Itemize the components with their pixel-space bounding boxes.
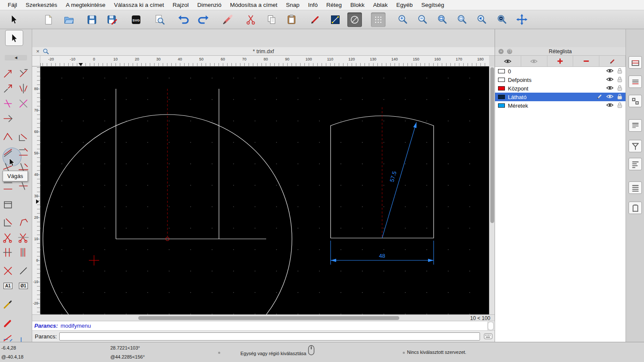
clipboard-panel-icon[interactable] [629,202,642,214]
remove-layer-button[interactable] [573,56,599,66]
collapse-toolbar-button[interactable]: ◀ [5,55,27,60]
zoom-in-icon[interactable]: + [395,12,410,27]
menu-item-réteg[interactable]: Réteg [322,2,346,8]
menu-item-egyéb[interactable]: Egyéb [392,2,417,8]
keyboard-toggle-button[interactable] [483,332,493,340]
add-layer-button[interactable] [547,56,574,66]
delete-segment-icon[interactable] [1,332,15,342]
bevel-icon[interactable] [1,131,15,144]
zoom-window-icon[interactable] [495,12,509,27]
divide-two-icon[interactable] [1,246,15,259]
menu-item-ablak[interactable]: Ablak [369,2,392,8]
highlight-marker-icon[interactable] [1,317,15,330]
layer-color-swatch[interactable] [498,103,505,108]
diagonal-dimension-line[interactable] [382,122,416,238]
offset-icon[interactable] [1,146,15,159]
layer-color-swatch[interactable] [498,86,505,90]
command-history-scrollbar[interactable] [487,322,494,330]
cut-scissors-icon[interactable] [1,231,15,244]
drawing-canvas[interactable]: 57.5 48 [40,66,489,314]
vertical-scrollbar[interactable] [489,66,495,314]
zoom-back-icon[interactable] [474,12,489,27]
divide-three-icon[interactable] [17,246,30,259]
menu-item-rajzol[interactable]: Rajzol [168,2,193,8]
layer-visibility-icon[interactable] [606,94,614,100]
rotate-two-icon[interactable] [17,97,30,110]
menu-item-dimenzió[interactable]: Dimenzió [193,2,225,8]
circle-tool-icon[interactable] [347,12,362,27]
quick-selection-panel-icon[interactable] [629,140,642,152]
save-as-icon[interactable] [105,12,119,27]
erase-icon[interactable] [220,12,235,27]
layer-list-panel-icon[interactable] [629,75,642,88]
move-rotate-icon[interactable] [1,97,15,110]
zoom-previous-icon[interactable] [455,12,469,27]
open-file-icon[interactable] [61,12,76,27]
print-preview-icon[interactable] [152,12,167,27]
delete-icon[interactable] [1,264,15,278]
pointer-tool-icon[interactable] [6,12,21,27]
save-icon[interactable] [85,12,99,27]
layer-visibility-panel-icon[interactable] [629,56,642,69]
draw-pen-icon[interactable] [308,12,322,27]
layer-row-0[interactable]: 0 [495,67,626,75]
layer-row-defpoints[interactable]: Defpoints [495,75,626,84]
grid-toggle-icon[interactable] [371,12,386,27]
redo-icon[interactable] [196,12,210,27]
mirror-icon[interactable] [17,82,30,95]
horizontal-scrollbar[interactable]: 10 < 100 [32,314,495,321]
new-file-icon[interactable] [41,12,56,27]
zoom-auto-icon[interactable] [435,12,450,27]
layer-lock-icon[interactable] [617,68,622,75]
rotate-copy-icon[interactable] [17,335,30,342]
diameter-attr-icon[interactable]: Ø1 [17,279,30,293]
layer-visibility-icon[interactable] [606,77,614,83]
menu-item-fájl[interactable]: Fájl [3,2,21,8]
layer-color-swatch[interactable] [498,69,505,73]
edit-layer-button[interactable] [599,56,626,66]
layer-edit-icon[interactable] [597,94,602,100]
corner-trim-icon[interactable] [1,216,15,229]
text-attributes-icon[interactable]: A1 [1,279,15,293]
revert-direction-icon[interactable] [1,112,15,125]
layer-lock-icon[interactable] [617,102,622,109]
copy-icon[interactable] [264,12,279,27]
layer-lock-icon[interactable] [617,94,622,101]
line-tool-icon[interactable] [328,12,343,27]
paste-icon[interactable] [284,12,299,27]
layer-row-látható[interactable]: Látható [495,93,626,101]
library-browser-panel-icon[interactable] [629,119,642,132]
menu-item-snap[interactable]: Snap [282,2,304,8]
block-list-panel-icon[interactable] [629,95,642,107]
layer-visibility-icon[interactable] [606,68,614,75]
edit-pencil-icon[interactable] [1,298,15,311]
vertical-scrollbar-handle[interactable] [490,67,494,223]
layer-visibility-icon[interactable] [606,103,614,109]
menu-item-módosítsa-a-címet[interactable]: Módosítsa a címet [226,2,282,8]
layer-color-swatch[interactable] [498,95,505,99]
layer-row-méretek[interactable]: Méretek [495,101,626,110]
undo-icon[interactable] [176,12,191,27]
arc-trim-icon[interactable] [17,216,30,229]
layer-color-swatch[interactable] [498,78,505,82]
layer-lock-icon[interactable] [617,76,622,84]
menu-item-blokk[interactable]: Blokk [346,2,369,8]
cut-icon[interactable] [243,12,258,27]
menu-item-infó[interactable]: Infó [304,2,322,8]
close-document-icon[interactable]: × [35,48,41,54]
document-zoom-icon[interactable] [43,48,49,55]
show-all-layers-button[interactable] [495,56,521,66]
layer-row-központ[interactable]: Központ [495,84,626,93]
menu-item-szerkesztés[interactable]: Szerkesztés [21,2,62,8]
horizontal-scrollbar-handle[interactable] [138,316,399,320]
menu-item-a-megtekintése[interactable]: A megtekintése [61,2,109,8]
svg-export-icon[interactable]: SVG [129,12,143,27]
hide-all-layers-button[interactable] [521,56,547,66]
menu-item-válassza-ki-a-címet[interactable]: Válassza ki a címet [110,2,168,8]
rotate-icon[interactable] [17,67,30,80]
menu-item-segítség[interactable]: Segítség [417,2,448,8]
pan-icon[interactable] [514,12,529,27]
scale-icon[interactable] [1,82,15,95]
fillet-icon[interactable] [17,131,30,144]
select-tool-button[interactable] [5,30,23,46]
